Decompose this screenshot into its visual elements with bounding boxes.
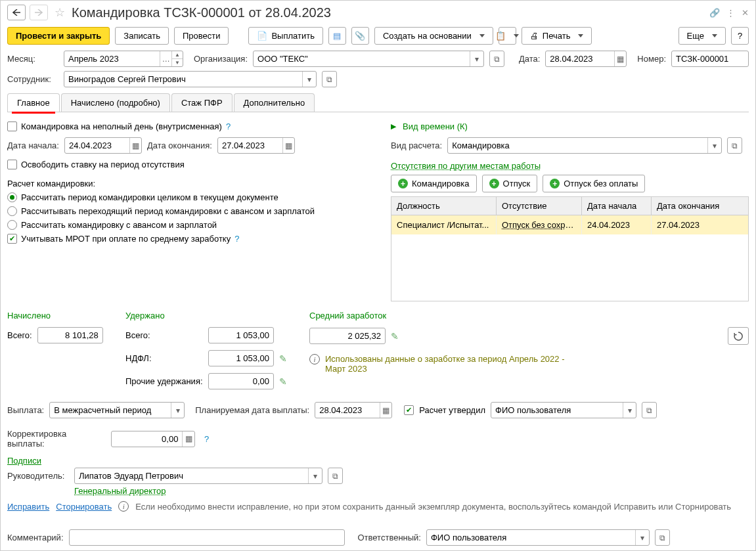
- org-open[interactable]: ⧉: [489, 51, 504, 67]
- tab-accrued[interactable]: Начислено (подробно): [61, 93, 170, 112]
- head-dropdown[interactable]: ▾: [308, 468, 322, 483]
- number-field[interactable]: [671, 51, 749, 67]
- head-open[interactable]: ⧉: [328, 468, 343, 484]
- partial-day-checkbox[interactable]: [7, 121, 17, 131]
- help-button[interactable]: ?: [731, 27, 749, 45]
- calc-type-label: Вид расчета:: [391, 141, 442, 150]
- calc-option-1[interactable]: [7, 192, 17, 202]
- fix-link[interactable]: Исправить: [7, 502, 49, 512]
- date-field[interactable]: ▦: [545, 51, 627, 67]
- end-date-field[interactable]: ▦: [217, 137, 295, 154]
- other-withheld[interactable]: [209, 374, 273, 389]
- more-button[interactable]: Еще: [678, 27, 726, 45]
- calendar-icon[interactable]: ▦: [380, 403, 391, 418]
- employee-open[interactable]: ⧉: [322, 71, 337, 87]
- post-and-close-button[interactable]: Провести и закрыть: [7, 27, 110, 45]
- signatures-link[interactable]: Подписи: [7, 456, 749, 466]
- avg-info: Использованы данные о заработке за перио…: [325, 354, 575, 374]
- create-based-button[interactable]: Создать на основании: [374, 27, 493, 45]
- avg-head: Средний заработок: [309, 311, 749, 320]
- calc-icon[interactable]: ▦: [182, 431, 194, 447]
- corr-help[interactable]: ?: [204, 434, 209, 444]
- calendar-icon[interactable]: ▦: [614, 51, 626, 66]
- report-icon: ▤: [333, 31, 341, 41]
- reverse-link[interactable]: Сторнировать: [56, 502, 112, 512]
- calc-type-dropdown[interactable]: ▾: [707, 138, 721, 153]
- collapse-icon[interactable]: ▶: [391, 122, 396, 131]
- partial-day-help[interactable]: ?: [226, 121, 231, 131]
- calc-option-3[interactable]: [7, 220, 17, 230]
- back-button[interactable]: [7, 5, 26, 20]
- refresh-button[interactable]: [728, 327, 749, 345]
- resp-field[interactable]: ▾: [426, 529, 650, 546]
- avg-value[interactable]: [310, 328, 385, 343]
- month-down[interactable]: ▼: [172, 59, 183, 67]
- post-button[interactable]: Провести: [174, 27, 229, 45]
- calc-type-open[interactable]: ⧉: [727, 137, 742, 154]
- report-button[interactable]: ▤: [328, 27, 346, 45]
- comment-label: Комментарий:: [7, 533, 64, 542]
- other-absences-link[interactable]: Отсутствия по другим местам работы: [391, 161, 541, 171]
- plus-icon: +: [398, 179, 408, 188]
- release-rate-label: Освободить ставку на период отсутствия: [21, 160, 185, 169]
- month-up[interactable]: ▲: [172, 51, 183, 59]
- comment-field[interactable]: [69, 529, 345, 546]
- employee-dropdown[interactable]: ▾: [302, 72, 316, 87]
- corr-field[interactable]: ▦: [111, 431, 195, 447]
- payout-field[interactable]: ▾: [49, 402, 185, 418]
- favorite-star-icon[interactable]: ☆: [55, 5, 65, 20]
- approved-dropdown[interactable]: ▾: [623, 403, 636, 418]
- close-icon[interactable]: ✕: [742, 8, 749, 18]
- resp-dropdown[interactable]: ▾: [635, 530, 649, 545]
- calc-option-2[interactable]: [7, 206, 17, 216]
- menu-dots-icon[interactable]: ⋮: [726, 8, 735, 18]
- head-field[interactable]: ▾: [74, 468, 322, 484]
- resp-open[interactable]: ⧉: [655, 529, 670, 546]
- plan-date-field[interactable]: ▦: [315, 402, 392, 418]
- add-trip-button[interactable]: +Командировка: [391, 175, 477, 192]
- approved-open[interactable]: ⧉: [642, 402, 657, 418]
- pay-button[interactable]: 📄 Выплатить: [248, 27, 323, 45]
- extra-menu-button[interactable]: 📋: [499, 27, 516, 45]
- release-rate-checkbox[interactable]: [7, 160, 17, 169]
- org-dropdown[interactable]: ▾: [470, 51, 483, 66]
- print-button[interactable]: 🖨 Печать: [522, 27, 592, 45]
- head-label: Руководитель:: [7, 471, 69, 481]
- approved-field[interactable]: ▾: [491, 402, 636, 418]
- org-field[interactable]: ▾: [253, 51, 484, 67]
- ndfl-value[interactable]: [209, 351, 273, 366]
- calendar-icon[interactable]: ▦: [129, 138, 141, 153]
- attachment-button[interactable]: 📎: [351, 27, 369, 45]
- pencil-icon[interactable]: ✎: [279, 376, 287, 387]
- tab-pfr[interactable]: Стаж ПФР: [171, 93, 233, 112]
- tab-main[interactable]: Главное: [7, 93, 60, 112]
- resp-label: Ответственный:: [358, 533, 421, 542]
- pencil-icon[interactable]: ✎: [391, 331, 399, 342]
- month-choose-btn[interactable]: …: [160, 51, 171, 66]
- forward-button[interactable]: [30, 5, 48, 20]
- tab-additional[interactable]: Дополнительно: [234, 93, 315, 112]
- approved-checkbox[interactable]: ✔: [404, 405, 414, 415]
- calc-type-field[interactable]: ▾: [447, 137, 722, 154]
- mrot-help[interactable]: ?: [234, 234, 239, 244]
- employee-field[interactable]: ▾: [64, 71, 317, 87]
- info-icon: i: [309, 354, 320, 364]
- calendar-icon[interactable]: ▦: [282, 138, 294, 153]
- accrued-total[interactable]: [38, 328, 102, 343]
- start-date-field[interactable]: ▦: [64, 137, 142, 154]
- time-kind-link[interactable]: Вид времени (К): [403, 121, 468, 131]
- add-vacation-button[interactable]: +Отпуск: [482, 175, 538, 192]
- link-icon[interactable]: 🔗: [709, 8, 720, 18]
- doc-icon: 📋: [495, 31, 506, 41]
- head-position-link[interactable]: Генеральный директор: [74, 486, 749, 496]
- pay-icon: 📄: [257, 31, 267, 41]
- withheld-total[interactable]: [209, 328, 273, 343]
- write-button[interactable]: Записать: [115, 27, 169, 45]
- month-field[interactable]: … ▲▼: [64, 51, 183, 67]
- payout-dropdown[interactable]: ▾: [171, 403, 184, 418]
- end-date-label: Дата окончания:: [147, 141, 212, 150]
- table-row[interactable]: Специалист /Испытат... Отпуск без сохра.…: [391, 215, 748, 234]
- add-vacation-nopay-button[interactable]: +Отпуск без оплаты: [543, 175, 645, 192]
- mrot-checkbox[interactable]: ✔: [7, 234, 17, 244]
- pencil-icon[interactable]: ✎: [279, 353, 287, 364]
